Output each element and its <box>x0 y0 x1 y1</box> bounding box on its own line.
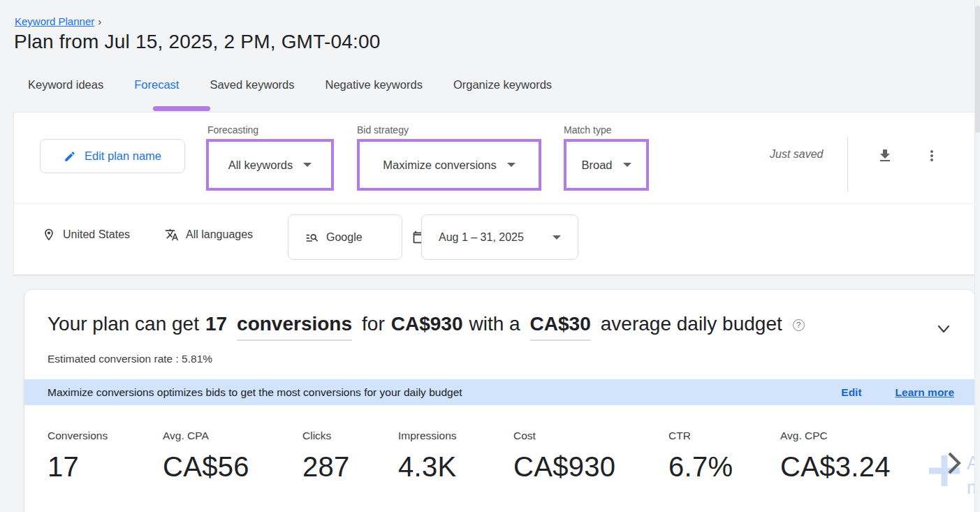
metric-value: 287 <box>302 451 350 483</box>
help-icon[interactable]: ? <box>793 319 805 331</box>
chevron-down-icon <box>623 163 631 167</box>
chevron-down-icon <box>303 163 312 167</box>
forecast-summary-card: Your plan can get 17 conversions for CA$… <box>24 290 975 512</box>
tab-keyword-ideas[interactable]: Keyword ideas <box>28 78 103 96</box>
scroll-right-chevron-icon[interactable] <box>945 451 963 476</box>
language-filter-value: All languages <box>186 228 253 241</box>
headline-cost: CA$930 <box>391 313 463 335</box>
tab-bar: Keyword ideas Forecast Saved keywords Ne… <box>28 78 552 96</box>
search-network-icon <box>305 231 319 244</box>
panel-divider <box>14 203 975 204</box>
match-type-value: Broad <box>581 159 612 172</box>
forecast-headline: Your plan can get 17 conversions for CA$… <box>47 313 805 341</box>
banner-learn-more-link[interactable]: Learn more <box>895 386 954 399</box>
bid-strategy-label: Bid strategy <box>357 124 409 136</box>
metric-label: Conversions <box>47 430 108 442</box>
banner-text: Maximize conversions optimizes bids to g… <box>47 386 462 399</box>
tab-negative-keywords[interactable]: Negative keywords <box>325 78 422 96</box>
save-status-text: Just saved <box>770 148 823 161</box>
headline-for: for <box>362 313 385 335</box>
match-type-label: Match type <box>564 124 611 136</box>
metric-value: 6.7% <box>668 451 733 483</box>
chevron-down-icon <box>507 163 515 167</box>
metric-avg-cpa: Avg. CPA CA$56 <box>163 430 249 483</box>
metric-cost: Cost CA$930 <box>513 430 615 483</box>
metric-label: Impressions <box>398 430 457 442</box>
headline-suffix: average daily budget <box>601 313 782 335</box>
bid-strategy-value: Maximize conversions <box>383 159 496 172</box>
edit-plan-name-button[interactable]: Edit plan name <box>40 139 185 173</box>
tab-forecast[interactable]: Forecast <box>134 78 179 96</box>
download-icon <box>877 147 893 164</box>
translate-icon <box>165 228 179 242</box>
metric-impressions: Impressions 4.3K <box>398 430 457 483</box>
metric-value: CA$56 <box>163 451 249 483</box>
toolbar-divider <box>847 137 848 191</box>
more-vert-icon <box>923 147 940 164</box>
page-scrollbar <box>974 0 980 512</box>
metric-label: Cost <box>513 430 615 442</box>
language-filter[interactable]: All languages <box>165 223 253 247</box>
forecasting-label: Forecasting <box>207 124 258 136</box>
forecasting-value: All keywords <box>228 159 293 172</box>
conversion-rate-text: Estimated conversion rate : 5.81% <box>47 353 212 365</box>
headline-budget[interactable]: CA$30 <box>530 313 591 341</box>
collapse-chevron-icon[interactable] <box>934 323 953 336</box>
match-type-dropdown[interactable]: Broad <box>564 139 649 191</box>
location-pin-icon <box>42 228 56 242</box>
active-tab-indicator <box>153 106 210 111</box>
metric-value: CA$930 <box>513 451 615 483</box>
network-value: Google <box>326 231 363 244</box>
metric-avg-cpc: Avg. CPC CA$3.24 <box>780 430 891 483</box>
metric-clicks: Clicks 287 <box>302 430 350 483</box>
metric-label: Avg. CPC <box>780 430 891 442</box>
bid-strategy-banner: Maximize conversions optimizes bids to g… <box>24 379 975 405</box>
tab-saved-keywords[interactable]: Saved keywords <box>210 78 294 96</box>
date-range-value: Aug 1 – 31, 2025 <box>439 231 524 244</box>
bid-strategy-dropdown[interactable]: Maximize conversions <box>357 139 541 191</box>
metric-value: 17 <box>47 451 108 483</box>
network-selector[interactable]: Google <box>288 214 402 260</box>
date-range-dropdown[interactable]: Aug 1 – 31, 2025 <box>421 214 578 260</box>
breadcrumb-chevron-icon: › <box>98 15 101 27</box>
chevron-down-icon <box>553 235 561 240</box>
breadcrumb: Keyword Planner› <box>15 15 101 27</box>
headline-prefix: Your plan can get <box>47 313 199 335</box>
metric-ctr: CTR 6.7% <box>668 430 733 483</box>
headline-with-a: with a <box>469 313 520 335</box>
headline-conversions-value: 17 <box>205 313 227 335</box>
breadcrumb-link-keyword-planner[interactable]: Keyword Planner <box>15 15 94 27</box>
download-button[interactable] <box>875 145 895 166</box>
banner-edit-link[interactable]: Edit <box>841 386 861 399</box>
metric-label: Avg. CPA <box>163 430 249 442</box>
headline-conversions-label[interactable]: conversions <box>237 313 352 341</box>
location-filter[interactable]: United States <box>42 223 130 247</box>
toolbar-panel: Edit plan name Forecasting All keywords … <box>14 112 975 275</box>
forecasting-dropdown[interactable]: All keywords <box>206 139 334 191</box>
metric-conversions: Conversions 17 <box>47 430 108 483</box>
page-title: Plan from Jul 15, 2025, 2 PM, GMT-04:00 <box>14 31 381 53</box>
location-filter-value: United States <box>63 228 130 241</box>
metric-value: CA$3.24 <box>780 451 891 483</box>
tab-organize-keywords[interactable]: Organize keywords <box>453 78 552 96</box>
pencil-icon <box>64 150 76 163</box>
scrollbar-thumb[interactable] <box>975 6 980 133</box>
metric-label: Clicks <box>302 430 350 442</box>
edit-plan-name-label: Edit plan name <box>85 149 161 163</box>
more-options-button[interactable] <box>922 145 942 166</box>
metric-value: 4.3K <box>398 451 457 483</box>
metric-label: CTR <box>668 430 733 442</box>
